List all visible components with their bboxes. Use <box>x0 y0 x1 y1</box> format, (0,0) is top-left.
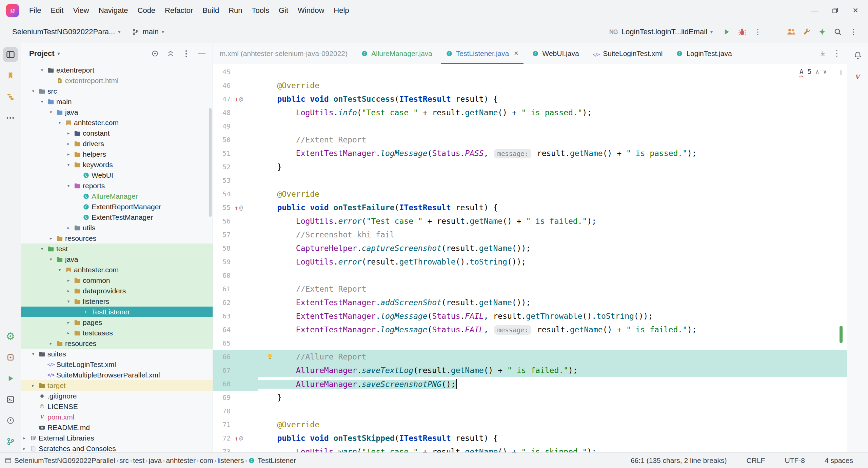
tab-logintest-java[interactable]: CLoginTest.java <box>669 43 738 64</box>
menu-tools[interactable]: Tools <box>247 4 274 17</box>
tree-item-external-libraries[interactable]: ▸External Libraries <box>21 433 213 443</box>
code-line-61[interactable]: 61 //Extent Report <box>213 282 847 296</box>
tree-item-java[interactable]: ▾java <box>21 254 213 265</box>
git-tool-icon[interactable] <box>3 434 18 449</box>
code-line-52[interactable]: 52 } <box>213 160 847 174</box>
indent-widget[interactable]: 4 spaces <box>825 456 853 465</box>
problems-icon[interactable] <box>3 413 18 428</box>
code-line-46[interactable]: 46 @Override <box>213 79 847 92</box>
menu-build[interactable]: Build <box>198 4 224 17</box>
tab-webui-java[interactable]: CWebUI.java <box>525 43 586 64</box>
menu-run[interactable]: Run <box>224 4 247 17</box>
line-number-67[interactable]: 67 <box>213 366 231 374</box>
line-separator-widget[interactable]: CRLF <box>747 456 765 465</box>
intention-bulb-icon[interactable] <box>267 353 273 360</box>
tree-item-extenttestmanager[interactable]: CExtentTestManager <box>21 212 213 222</box>
chevron-right-icon[interactable]: ▸ <box>65 330 72 335</box>
run-configuration-widget[interactable]: NG LoginTest.loginT...lidEmail ▾ <box>605 25 717 39</box>
bookmark-icon[interactable] <box>3 68 18 83</box>
tree-item-common[interactable]: ▸common <box>21 275 213 286</box>
run-button[interactable] <box>719 24 734 39</box>
code-line-45[interactable]: 45 <box>213 65 847 79</box>
chevron-down-icon[interactable]: ▾ <box>65 183 72 188</box>
chevron-right-icon[interactable]: ▸ <box>47 236 54 241</box>
chevron-right-icon[interactable]: ▸ <box>65 288 72 293</box>
tree-item-scratches-and-consoles[interactable]: ▸Scratches and Consoles <box>21 443 213 452</box>
breadcrumb-item-com[interactable]: com <box>200 456 213 465</box>
chevron-right-icon[interactable]: ▸ <box>65 225 72 230</box>
chevron-down-icon[interactable]: ▾ <box>56 267 63 272</box>
chevron-down-icon[interactable]: ▾ <box>65 299 72 304</box>
panel-more-icon[interactable]: ⋮ <box>181 49 191 58</box>
tree-item-extentreportmanager[interactable]: CExtentReportManager <box>21 201 213 212</box>
tree-item-java[interactable]: ▾java <box>21 107 213 117</box>
line-number-62[interactable]: 62 <box>213 298 231 307</box>
line-number-50[interactable]: 50 <box>213 136 231 144</box>
breadcrumb-item-java[interactable]: java <box>149 456 162 465</box>
project-tool-icon[interactable] <box>3 47 18 62</box>
tree-item-gitignore[interactable]: .gitignore <box>21 391 213 401</box>
build-icon[interactable] <box>3 350 18 365</box>
tabs-more-icon[interactable]: ⋮ <box>833 49 841 58</box>
close-icon[interactable]: ✕ <box>514 50 518 57</box>
menu-edit[interactable]: Edit <box>46 4 68 17</box>
project-panel-title[interactable]: Project <box>29 49 55 58</box>
code-line-59[interactable]: 59 LogUtils.error(result.getThrowable().… <box>213 255 847 269</box>
menu-file[interactable]: File <box>24 4 46 17</box>
tree-item-pom-xml[interactable]: Vpom.xml <box>21 412 213 422</box>
breadcrumb-item-testlistener[interactable]: CTestListener <box>248 456 296 465</box>
chevron-down-icon[interactable]: ▾ <box>39 67 45 73</box>
tree-item-drivers[interactable]: ▸drivers <box>21 138 213 149</box>
chevron-down-icon[interactable]: ▾ <box>30 89 37 94</box>
breadcrumb-item-test[interactable]: test <box>133 456 144 465</box>
hide-panel-icon[interactable]: — <box>197 49 206 58</box>
chevron-down-icon[interactable]: ▾ <box>39 246 45 251</box>
tab-testlistener-java[interactable]: CTestListener.java✕ <box>439 43 526 64</box>
code-line-73[interactable]: 73 LogUtils.warn("Test case " + result.g… <box>213 445 847 452</box>
line-number-47[interactable]: 47 <box>213 95 231 103</box>
menu-navigate[interactable]: Navigate <box>94 4 133 17</box>
tree-item-resources[interactable]: ▸resources <box>21 338 213 349</box>
override-marker-icon[interactable]: ↑ <box>235 435 238 442</box>
tree-item-utils[interactable]: ▸utils <box>21 222 213 233</box>
breadcrumb-item-src[interactable]: src <box>119 456 129 465</box>
tree-item-suitelogintest-xml[interactable]: </>SuiteLoginTest.xml <box>21 359 213 370</box>
run-more-button[interactable]: ⋮ <box>750 24 766 39</box>
restore-button[interactable] <box>826 3 844 18</box>
code-line-64[interactable]: 64 ExtentTestManager.logMessage(Status.F… <box>213 323 847 336</box>
line-number-56[interactable]: 56 <box>213 217 231 225</box>
code-line-47[interactable]: 47↑@ public void onTestSuccess(ITestResu… <box>213 92 847 106</box>
tree-item-webui[interactable]: CWebUI <box>21 170 213 180</box>
menu-git[interactable]: Git <box>274 4 293 17</box>
search-icon[interactable] <box>830 24 846 39</box>
structure-icon[interactable] <box>3 89 18 104</box>
line-number-64[interactable]: 64 <box>213 326 231 334</box>
project-tree-scrollbar[interactable] <box>209 108 212 217</box>
terminal-icon[interactable] <box>3 392 18 407</box>
vcs-branch-widget[interactable]: main ▾ <box>128 25 168 39</box>
chevron-right-icon[interactable]: ▸ <box>65 141 72 146</box>
line-number-68[interactable]: 68 <box>213 380 231 388</box>
code-line-66[interactable]: 66 //Allure Report <box>213 350 847 364</box>
tree-item-anhtester-com[interactable]: ▾anhtester.com <box>21 117 213 128</box>
code-line-67[interactable]: 67 AllureManager.saveTextLog(result.getN… <box>213 364 847 377</box>
line-number-73[interactable]: 73 <box>213 448 231 452</box>
line-number-65[interactable]: 65 <box>213 339 231 347</box>
line-number-54[interactable]: 54 <box>213 190 231 198</box>
code-line-62[interactable]: 62 ExtentTestManager.addScreenShot(resul… <box>213 296 847 309</box>
code-line-48[interactable]: 48 LogUtils.info("Test case " + result.g… <box>213 106 847 119</box>
tree-item-dataproviders[interactable]: ▸dataproviders <box>21 286 213 296</box>
code-line-56[interactable]: 56 LogUtils.error("Test case " + result.… <box>213 214 847 228</box>
code-line-54[interactable]: 54 @Override <box>213 187 847 201</box>
code-line-57[interactable]: 57 //Screenshot khi fail <box>213 228 847 241</box>
caret-position-widget[interactable]: 66:1 (135 chars, 2 line breaks) <box>631 456 727 465</box>
breadcrumb-item-anhtester[interactable]: anhtester <box>166 456 196 465</box>
notifications-icon[interactable] <box>850 48 865 63</box>
tree-item-main[interactable]: ▾main <box>21 96 213 107</box>
line-number-66[interactable]: 66 <box>213 353 231 361</box>
tree-item-suites[interactable]: ▾suites <box>21 349 213 359</box>
code-line-68[interactable]: 68 AllureManager.saveScreenshotPNG(); <box>213 377 847 391</box>
tools-icon[interactable] <box>799 24 814 39</box>
more-tools-icon[interactable]: ⋯ <box>3 110 18 125</box>
menu-code[interactable]: Code <box>133 4 160 17</box>
